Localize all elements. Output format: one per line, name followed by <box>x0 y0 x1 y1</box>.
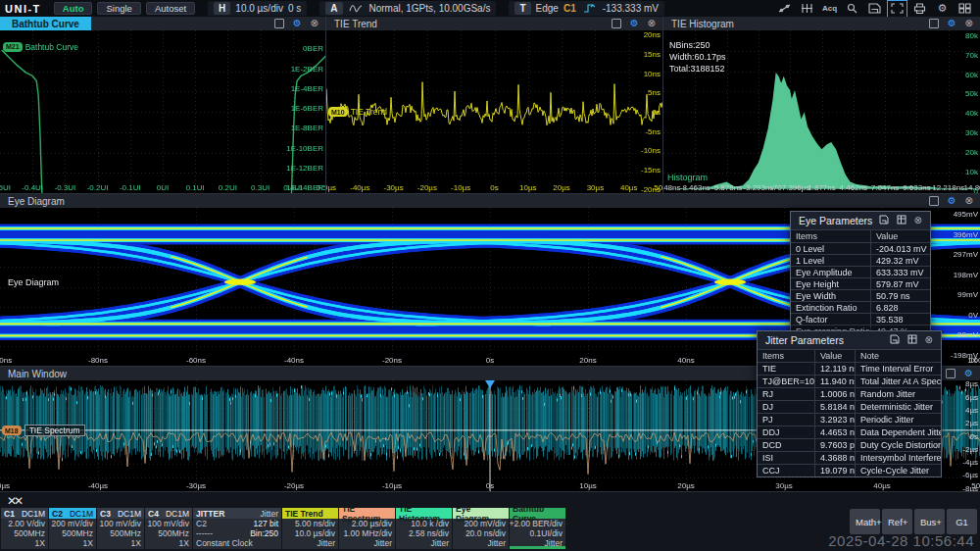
close-icon[interactable]: ⊗ <box>965 196 973 206</box>
save-icon[interactable] <box>890 334 900 346</box>
a-key: A <box>325 2 342 15</box>
analysis-setting: 1E+2.00 BER/div <box>510 519 565 528</box>
grid-display-icon[interactable] <box>799 2 815 16</box>
histogram-stats: NBins:250 Width:60.17ps Total:3188152 <box>669 39 726 75</box>
analysis-setting: Jitter <box>453 538 509 548</box>
table-row: Extinction Ratio6.828 <box>791 301 930 313</box>
analysis-box-tie-histogram[interactable]: TIE Histogram10.0 k /div2.58 ns/divJitte… <box>396 508 452 549</box>
channel-box-c1[interactable]: C1DC1M2.00 V/div500MHz1X <box>1 508 48 549</box>
fullscreen-layout-icon[interactable] <box>889 2 906 16</box>
select-checkbox[interactable] <box>929 19 939 28</box>
close-all-windows-icon[interactable]: ✕✕ <box>0 494 21 508</box>
channel-header: C1DC1M <box>1 508 48 519</box>
gear-icon[interactable]: ⚙ <box>948 19 956 28</box>
eye-parameters-table[interactable]: Eye Parameters ⊗ ItemsValue0 Level-204.0… <box>790 211 931 337</box>
table-title: Eye Parameters <box>799 215 872 226</box>
param-value: 4.4653 ns <box>814 426 855 438</box>
channel-box-c3[interactable]: C3DC1M100 mV/div500MHz1X <box>97 508 144 549</box>
trigger-group[interactable]: T Edge C1 -133.333 mV <box>509 1 664 16</box>
gear-icon[interactable]: ⚙ <box>630 19 639 28</box>
acquire-group[interactable]: A Normal, 1GPts, 10.00GSa/s <box>319 1 496 16</box>
g1-button[interactable]: G1 <box>947 509 977 534</box>
jitter-box-setting: C2127 bit <box>193 519 281 528</box>
analysis-box-eye-diagram[interactable]: Eye Diagram200 mV/div20.0 ns/divJitter <box>453 508 509 549</box>
analysis-box-tie-trend[interactable]: TIE Trend5.00 ns/div10.0 µs/divJitter <box>282 508 338 549</box>
gear-icon[interactable]: ⚙ <box>948 196 956 206</box>
eye-parameters-rows: ItemsValue0 Level-204.013 mV1 Level429.3… <box>791 229 930 336</box>
gear-icon[interactable]: ⚙ <box>293 19 302 28</box>
math-button[interactable]: Math+ <box>850 509 880 534</box>
analysis-header: Eye Diagram <box>453 508 509 519</box>
select-checkbox[interactable] <box>612 19 621 28</box>
gear-icon[interactable]: ⚙ <box>964 369 973 378</box>
channel-setting: 1X <box>97 538 144 548</box>
single-button[interactable]: Single <box>97 2 140 15</box>
stat-total: Total:3188152 <box>669 63 726 75</box>
jitter-parameters-table[interactable]: Jitter Parameters ⊗ ItemsValueNoteTIE12.… <box>757 330 942 477</box>
trace-label: TIE Trend <box>351 107 387 117</box>
table-row: Eye Height579.87 mV <box>791 277 930 289</box>
tie-histogram-plot[interactable]: NBins:250 Width:60.17ps Total:3188152 Hi… <box>663 30 980 193</box>
close-icon[interactable]: ⊗ <box>648 19 656 28</box>
analysis-box-bathtub-curve[interactable]: Bathtub Curve1E+2.00 BER/div0.1UI/divJit… <box>510 508 565 549</box>
channel-header: C2DC1M <box>49 508 96 519</box>
bathtub-plot[interactable]: M21 Bathtub Curve -0.5UI-0.4UI-0.3UI-0.2… <box>0 30 325 193</box>
tie-histogram-header: TIE Histogram ⚙ ⊗ <box>663 17 980 30</box>
trace-label: TIE Spectrum <box>24 425 85 436</box>
param-item: Extinction Ratio <box>791 303 870 313</box>
table-row: PJ3.2923 nsPeriodic Jitter <box>758 413 941 426</box>
jitter-box-setting: ------Bin:250 <box>193 528 281 538</box>
top-panel-row: Bathtub Curve ⚙ ⊗ M21 Bathtub Curve -0.5… <box>0 17 980 193</box>
slope-measure-icon[interactable] <box>776 2 793 16</box>
horizontal-group[interactable]: H 10.0 µs/div 0 s <box>208 1 307 16</box>
bus-button[interactable]: Bus+ <box>914 509 945 534</box>
param-item: Eye Width <box>791 291 870 301</box>
bathtub-tab[interactable]: Bathtub Curve <box>0 17 91 30</box>
analysis-setting: 0.1UI/div <box>510 528 565 538</box>
table-view-icon[interactable] <box>907 334 917 346</box>
close-icon[interactable]: ⊗ <box>965 19 973 28</box>
save-icon[interactable] <box>879 215 889 226</box>
channel-box-c4[interactable]: C4DC1M100 mV/div500MHz1X <box>145 508 192 549</box>
jitter-box[interactable]: JITTERJitterC2127 bit------Bin:250Consta… <box>193 508 281 549</box>
trigger-type: Edge <box>536 3 559 14</box>
table-view-icon[interactable] <box>897 215 906 226</box>
trigger-position-marker[interactable] <box>485 380 495 388</box>
autoset-button[interactable]: Autoset <box>146 2 195 15</box>
tie-trend-plot[interactable]: M10 TIE Trend -50µs-40µs-30µs-20µs-10µs0… <box>326 30 662 193</box>
h-offset: 0 s <box>288 3 301 14</box>
param-note: Intersymbol Interference <box>855 452 941 464</box>
panel-title: TIE Trend <box>326 19 377 29</box>
analysis-setting: 2.58 ns/div <box>396 528 452 538</box>
close-icon[interactable]: ⊗ <box>925 335 933 345</box>
search-icon[interactable] <box>844 2 860 16</box>
table-row: 1 Level429.32 mV <box>791 254 930 266</box>
close-icon[interactable]: ⊗ <box>311 19 318 28</box>
trace-chip: M10 <box>328 107 348 117</box>
select-checkbox[interactable] <box>929 196 939 206</box>
acq-menu-icon[interactable]: Acq <box>821 2 838 16</box>
analysis-setting: Jitter <box>282 538 338 548</box>
select-checkbox[interactable] <box>946 369 956 378</box>
param-value: 5.8184 ns <box>814 401 855 413</box>
analysis-box-tie-spectrum[interactable]: TIE Spectrum2.00 µs/div1.00 MHz/divJitte… <box>339 508 395 549</box>
printer-icon[interactable] <box>911 2 928 16</box>
column-header: Note <box>855 350 941 362</box>
param-value: 19.079 ns <box>814 465 855 476</box>
settings-gear-icon[interactable]: ⚙ <box>934 2 951 16</box>
close-icon[interactable]: ⊗ <box>914 216 922 225</box>
window-layout-icon[interactable] <box>956 2 973 16</box>
run-mode-button[interactable]: Auto <box>54 2 93 15</box>
oscilloscope-app: UNI-T Auto Single Autoset H 10.0 µs/div … <box>0 0 980 551</box>
system-datetime: 2025-04-28 10:56:44 <box>828 532 974 549</box>
param-item: Q-factor <box>791 315 870 325</box>
channel-box-c2[interactable]: C2DC1M200 mV/div500MHz1X <box>49 508 96 549</box>
trace-label: Eye Diagram <box>8 277 59 287</box>
param-note: Random Jitter <box>855 388 941 400</box>
ref-button[interactable]: Ref+ <box>882 509 912 534</box>
trace-chip: M21 <box>3 42 23 52</box>
param-note: Duty Cycle Distortion <box>855 439 941 451</box>
param-item: DJ <box>758 402 814 412</box>
save-icon[interactable] <box>866 2 883 16</box>
select-checkbox[interactable] <box>274 19 284 28</box>
